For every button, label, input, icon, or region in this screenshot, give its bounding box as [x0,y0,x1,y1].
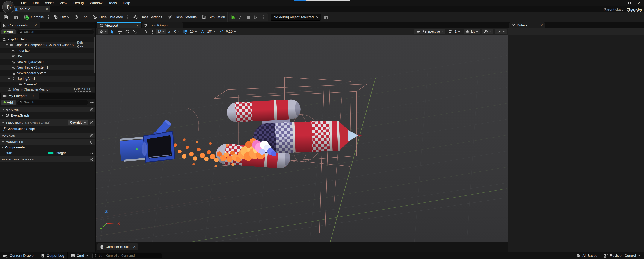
select-tool[interactable] [109,29,116,34]
browse-asset-button[interactable] [11,12,21,22]
compiler-results-close-icon[interactable]: ✕ [133,245,136,249]
diff-button[interactable]: Diff [51,12,72,22]
tab-details[interactable]: Details ✕ [509,23,545,28]
tree-row-mesh-clipped[interactable]: Mesh (CharacterMesh0) Edit in C++ [0,87,95,92]
tree-row-niagara[interactable]: NewNiagaraSystem [0,70,95,76]
scale-tool[interactable] [132,29,138,34]
chevron-down-icon[interactable] [195,30,197,32]
chevron-down-icon[interactable] [234,30,236,32]
add-blueprint-item-button[interactable]: + Add [2,100,16,105]
add-variable-icon[interactable] [90,140,94,144]
blueprint-settings-gear-icon[interactable] [90,100,94,105]
stop-button[interactable] [244,14,252,21]
variables-section-header[interactable]: VARIABLES [0,139,96,145]
tree-row-niagara2[interactable]: NewNiagaraSystem2 [0,59,95,65]
add-component-button[interactable]: + Add [2,30,16,35]
edit-in-cpp-link[interactable]: Edit in C++ [74,87,90,92]
components-search[interactable] [17,30,94,35]
tab-compiler-results[interactable]: Compiler Results ✕ [97,243,138,250]
tab-components[interactable]: Components ✕ [1,23,40,28]
surface-snap-value[interactable]: 0 [174,30,176,34]
camera-speed-dropdown[interactable]: 1 [447,29,462,34]
components-close-icon[interactable]: ✕ [34,24,37,27]
frame-skip-button[interactable] [237,14,244,21]
my-blueprint-search[interactable] [17,100,88,105]
eye-closed-icon[interactable] [88,151,93,155]
rotation-snap-button[interactable] [198,29,205,34]
tree-row-capsule[interactable]: Capsule Component (CollisionCylinder) Ed… [0,42,95,48]
add-graph-icon[interactable] [90,108,94,112]
rotate-tool[interactable] [124,29,130,34]
tree-row-camera[interactable]: Camera1 [0,82,95,87]
construction-script-row[interactable]: ƒ Construction Script [0,126,96,132]
find-button[interactable]: Find [72,12,90,22]
show-flags-dropdown[interactable] [482,29,494,34]
restore-button[interactable] [624,0,634,6]
event-dispatchers-section-header[interactable]: EVENT DISPATCHERS [0,156,96,162]
compile-button[interactable]: Compile [21,12,46,22]
tree-row-box[interactable]: Box [0,53,95,59]
scale-snap-value[interactable]: 0.25 [226,30,232,34]
hide-unrelated-kebab[interactable] [126,15,130,19]
collapse-caret-icon[interactable] [6,44,8,46]
class-defaults-button[interactable]: Class Defaults [165,12,199,22]
tab-my-blueprint[interactable]: My Blueprint ✕ [1,93,39,99]
menu-tools[interactable]: Tools [106,0,120,6]
graphs-section-header[interactable]: GRAPHS [0,107,96,112]
tab-eventgraph[interactable]: EventGraph [142,23,183,28]
cmd-dropdown[interactable]: Cmd [68,252,90,259]
play-options-kebab[interactable] [260,14,267,21]
asset-tab-close-icon[interactable]: ✕ [46,7,48,11]
my-blueprint-close-icon[interactable]: ✕ [32,94,35,98]
collapse-caret-icon[interactable] [8,78,10,80]
revision-control-button[interactable]: Revision Control [601,252,644,259]
viewport-3d-scene[interactable]: Z X Y [96,35,508,242]
menu-debug[interactable]: Debug [70,0,87,6]
coordinate-system-button[interactable] [143,29,149,34]
components-scrollbar[interactable] [94,37,95,73]
edit-in-cpp-link[interactable]: Edit in C++ [77,41,90,49]
expand-caret-icon[interactable] [2,115,3,117]
close-button[interactable]: ✕ [634,0,644,6]
viewport-performance-dropdown[interactable] [495,29,506,34]
debug-browse-button[interactable] [321,12,331,22]
chevron-down-icon[interactable] [177,30,180,32]
compile-options-kebab[interactable] [46,15,51,19]
hide-unrelated-button[interactable]: Hide Unrelated [90,12,126,22]
chevron-down-icon[interactable] [214,30,216,32]
surface-snapping-dropdown[interactable] [156,29,166,34]
macros-section-header[interactable]: MACROS [0,133,96,138]
my-blueprint-search-input[interactable] [24,101,86,104]
class-settings-button[interactable]: Class Settings [130,12,165,22]
move-tool[interactable] [117,29,123,34]
override-dropdown[interactable]: Override [68,120,88,125]
scale-snap-button[interactable] [216,29,224,34]
output-log-button[interactable]: Output Log [38,252,67,259]
content-drawer-button[interactable]: Content Drawer [0,252,38,259]
location-snap-icon-slot[interactable] [167,29,172,34]
minimize-button[interactable] [615,0,624,6]
add-macro-icon[interactable] [90,134,94,138]
details-close-icon[interactable]: ✕ [540,24,543,27]
parent-class-link[interactable]: Character [626,8,642,12]
expand-caret-icon[interactable] [2,147,3,149]
functions-section-header[interactable]: FUNCTIONS (33 OVERRIDABLE) Override [0,119,96,126]
add-dispatcher-icon[interactable] [90,158,94,161]
asset-tab-ship3d[interactable]: ship3d ✕ [12,6,50,12]
tab-viewport[interactable]: Viewport ✕ [97,23,141,28]
menu-help[interactable]: Help [120,0,133,6]
menu-edit[interactable]: Edit [30,0,42,6]
rotation-snap-value[interactable]: 10° [207,30,212,34]
menu-view[interactable]: View [57,0,70,6]
variable-row-turn[interactable]: turn Integer [0,150,96,156]
play-button[interactable] [230,14,237,21]
event-graph-row[interactable]: EventGraph [0,112,96,119]
variables-components-category[interactable]: Components [0,145,96,150]
save-button[interactable] [1,12,11,22]
tree-row-springarm[interactable]: SpringArm1 [0,76,95,82]
debug-object-dropdown[interactable]: No debug object selected [271,14,321,21]
grid-snap-value[interactable]: 10 [190,30,194,34]
simulation-button[interactable]: Simulation [199,12,228,22]
all-saved-button[interactable]: All Saved [573,252,600,259]
console-command-input[interactable] [92,253,162,258]
